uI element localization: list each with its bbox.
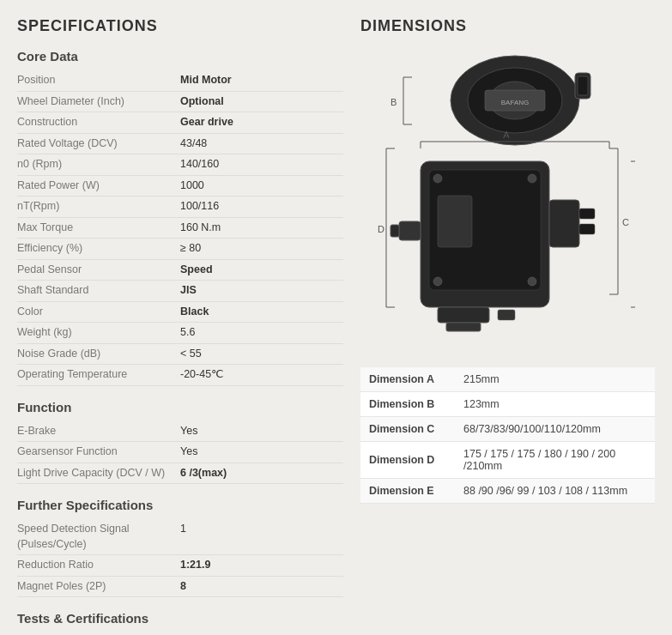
spec-row: Shaft StandardJIS xyxy=(17,281,343,302)
spec-value: < 55 xyxy=(180,347,343,362)
spec-label: Noise Grade (dB) xyxy=(17,347,180,362)
spec-label: Color xyxy=(17,305,180,320)
svg-rect-33 xyxy=(579,209,595,219)
spec-label: Wheel Diameter (Inch) xyxy=(17,94,180,110)
dim-value: 123mm xyxy=(455,392,655,417)
dim-label: Dimension D xyxy=(360,442,455,479)
spec-row: PositionMid Motor xyxy=(17,70,343,92)
spec-value: Yes xyxy=(180,424,343,439)
svg-text:BAFANG: BAFANG xyxy=(501,99,529,106)
svg-rect-40 xyxy=(446,323,481,331)
svg-point-23 xyxy=(528,174,536,183)
svg-point-22 xyxy=(433,174,442,183)
dim-row: Dimension A215mm xyxy=(360,367,655,392)
spec-value: Optional xyxy=(180,94,343,110)
spec-value: Gear drive xyxy=(180,115,343,130)
svg-text:B: B xyxy=(390,97,397,107)
spec-row: Magnet Poles (2P)8 xyxy=(17,577,343,598)
spec-row: Speed Detection Signal (Pulses/Cycle)1 xyxy=(17,519,343,555)
spec-groups: Core DataPositionMid MotorWheel Diameter… xyxy=(17,49,343,635)
motor-diagram: B BAFANG xyxy=(360,47,655,359)
spec-row: Efficiency (%)≥ 80 xyxy=(17,239,343,260)
spec-label: E-Brake xyxy=(17,424,180,439)
svg-rect-32 xyxy=(549,200,579,247)
spec-row: ConstructionGear drive xyxy=(17,112,343,134)
spec-row: Gearsensor FunctionYes xyxy=(17,442,343,463)
spec-row: E-BrakeYes xyxy=(17,421,343,443)
spec-label: Rated Power (W) xyxy=(17,178,180,194)
dim-value: 68/73/83/90/100/110/120mm xyxy=(455,417,655,442)
spec-row: Wheel Diameter (Inch)Optional xyxy=(17,92,343,113)
spec-row: Operating Temperature-20-45℃ xyxy=(17,365,343,386)
spec-label: Pedal Sensor xyxy=(17,263,180,278)
spec-row: Rated Voltage (DCV)43/48 xyxy=(17,134,343,155)
svg-rect-26 xyxy=(399,221,421,240)
group-title-1: Function xyxy=(17,400,343,414)
dim-label: Dimension A xyxy=(360,367,455,392)
svg-text:A: A xyxy=(503,130,510,140)
dim-row: Dimension E88 /90 /96/ 99 / 103 / 108 / … xyxy=(360,479,655,504)
spec-label: nT(Rpm) xyxy=(17,199,180,215)
spec-row: Noise Grade (dB)< 55 xyxy=(17,344,343,366)
spec-row: nT(Rpm)100/116 xyxy=(17,197,343,218)
spec-label: Construction xyxy=(17,115,180,130)
spec-label: Max Torque xyxy=(17,221,180,236)
dim-value: 215mm xyxy=(455,367,655,392)
spec-value: 5.6 xyxy=(180,325,343,341)
spec-value: Yes xyxy=(180,444,343,460)
group-title-3: Tests & Certifications xyxy=(17,611,343,626)
spec-value: ≥ 80 xyxy=(180,241,343,257)
spec-label: Reduction Ratio xyxy=(17,558,180,573)
svg-rect-41 xyxy=(498,310,515,320)
spec-label: Magnet Poles (2P) xyxy=(17,579,180,595)
dim-label: Dimension C xyxy=(360,417,455,442)
svg-text:C: C xyxy=(622,217,629,227)
spec-label: Position xyxy=(17,73,180,88)
spec-label: Efficiency (%) xyxy=(17,241,180,257)
spec-value: JIS xyxy=(180,283,343,299)
svg-rect-39 xyxy=(438,307,489,323)
spec-value: 100/116 xyxy=(180,199,343,215)
spec-label: Weight (kg) xyxy=(17,325,180,341)
specifications-panel: SPECIFICATIONS Core DataPositionMid Moto… xyxy=(17,17,343,635)
spec-value: 140/160 xyxy=(180,157,343,172)
spec-row: Weight (kg)5.6 xyxy=(17,323,343,344)
spec-row: ColorBlack xyxy=(17,302,343,324)
dimensions-panel: DIMENSIONS B BAFANG xyxy=(360,17,655,635)
spec-value: Black xyxy=(180,305,343,320)
spec-row: Rated Power (W)1000 xyxy=(17,176,343,197)
dimensions-title: DIMENSIONS xyxy=(360,17,655,35)
dimensions-table: Dimension A215mmDimension B123mmDimensio… xyxy=(360,367,655,504)
dim-value: 175 / 175 / 175 / 180 / 190 / 200 /210mm xyxy=(455,442,655,479)
specs-title: SPECIFICATIONS xyxy=(17,17,343,35)
dim-label: Dimension E xyxy=(360,479,455,504)
spec-value: Speed xyxy=(180,263,343,278)
spec-value: 1:21.9 xyxy=(180,558,343,573)
spec-row: n0 (Rpm)140/160 xyxy=(17,154,343,176)
spec-value: 1000 xyxy=(180,178,343,194)
svg-rect-34 xyxy=(579,224,595,234)
svg-text:D: D xyxy=(378,224,384,234)
spec-label: Operating Temperature xyxy=(17,367,180,383)
spec-value: -20-45℃ xyxy=(180,367,343,383)
svg-point-25 xyxy=(528,277,536,286)
spec-label: Light Drive Capacity (DCV / W) xyxy=(17,466,180,481)
group-title-0: Core Data xyxy=(17,49,343,64)
spec-value: 43/48 xyxy=(180,136,343,152)
group-title-2: Further Specifications xyxy=(17,498,343,512)
dim-label: Dimension B xyxy=(360,392,455,417)
spec-label: Speed Detection Signal (Pulses/Cycle) xyxy=(17,522,180,552)
svg-rect-27 xyxy=(390,225,399,237)
dim-row: Dimension B123mm xyxy=(360,392,655,417)
spec-label: n0 (Rpm) xyxy=(17,157,180,172)
spec-value: 6 /3(max) xyxy=(180,466,343,481)
spec-row: Light Drive Capacity (DCV / W)6 /3(max) xyxy=(17,463,343,485)
svg-rect-21 xyxy=(438,196,472,247)
spec-value: 1 xyxy=(180,522,343,537)
spec-value: Mid Motor xyxy=(180,73,343,88)
spec-label: Rated Voltage (DCV) xyxy=(17,136,180,152)
spec-row: Reduction Ratio1:21.9 xyxy=(17,555,343,577)
spec-value: 160 N.m xyxy=(180,221,343,236)
dim-row: Dimension D175 / 175 / 175 / 180 / 190 /… xyxy=(360,442,655,479)
spec-value: 8 xyxy=(180,579,343,595)
